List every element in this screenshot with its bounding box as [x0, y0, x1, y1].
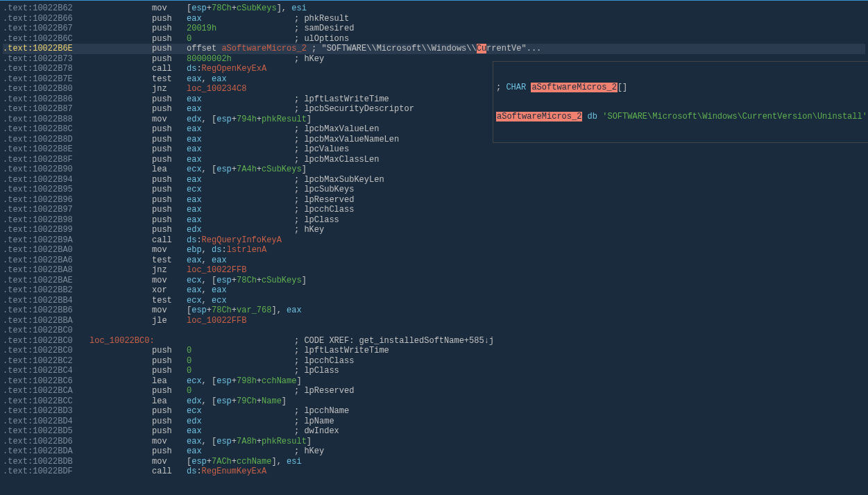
operand-token: ds — [187, 467, 196, 476]
mnemonic: push — [152, 346, 187, 356]
operands: eax — [187, 215, 202, 226]
operands: 0 — [187, 34, 192, 44]
asm-line[interactable]: .text:10022BB2xoreax, eax — [3, 285, 865, 296]
operand-token: + — [232, 115, 237, 124]
asm-line[interactable]: .text:10022BD3pushecx; lpcchName — [3, 406, 865, 417]
tooltip-line: ; CHAR aSoftwareMicros_2[] — [496, 83, 868, 92]
address: .text:10022BB6 — [3, 305, 90, 316]
asm-line[interactable]: .text:10022BC6leaecx, [esp+798h+cchName] — [3, 376, 865, 387]
operand-token: ecx — [187, 165, 202, 174]
asm-line[interactable]: .text:10022B62mov[esp+78Ch+cSubKeys], es… — [3, 3, 865, 14]
asm-line[interactable]: .text:10022B67push20019h; samDesired — [3, 24, 865, 34]
operand-token: , [ — [202, 276, 217, 285]
asm-line[interactable]: .text:10022BCApush0; lpReserved — [3, 386, 865, 396]
asm-line[interactable]: .text:10022B6Cpush0; ulOptions — [3, 34, 865, 44]
asm-line[interactable]: .text:10022BC0push0; lpftLastWriteTime — [3, 346, 865, 356]
asm-line[interactable]: .text:10022B90leaecx, [esp+7A4h+cSubKeys… — [3, 165, 865, 175]
asm-line[interactable]: .text:10022BAEmovecx, [esp+78Ch+cSubKeys… — [3, 276, 865, 286]
asm-line[interactable]: .text:10022B97pusheax; lpcchClass — [3, 205, 865, 215]
operand-token: Name — [262, 396, 282, 406]
operand-token: , — [202, 245, 212, 255]
operands: ecx, [esp+7A4h+cSubKeys] — [187, 165, 307, 175]
address: .text:10022BA0 — [3, 245, 90, 255]
operands: eax — [187, 94, 202, 105]
operand-token: loc_10022FFB — [187, 316, 246, 326]
operand-token: + — [232, 457, 237, 467]
address: .text:10022BDF — [3, 467, 90, 477]
address: .text:10022BD5 — [3, 426, 90, 437]
operand-token: ], — [277, 3, 292, 13]
operand-token: eax — [187, 205, 202, 215]
address: .text:10022BB2 — [3, 285, 90, 296]
asm-line[interactable]: .text:10022B66pusheax; phkResult — [3, 14, 865, 24]
comment: ; dwIndex — [294, 426, 339, 437]
address: .text:10022B9A — [3, 235, 90, 246]
mnemonic: push — [152, 366, 187, 376]
operand-token: 80000002h — [187, 54, 232, 64]
asm-line[interactable]: .text:10022BDFcallds:RegEnumKeyExA — [3, 467, 865, 477]
tooltip-line: aSoftwareMicros_2 db 'SOFTWARE\Microsoft… — [496, 112, 868, 121]
operand-token: , — [202, 255, 212, 265]
asm-line[interactable]: .text:10022BC0loc_10022BC0:; CODE XREF: … — [3, 336, 865, 346]
operands: [esp+78Ch+var_768], eax — [187, 305, 302, 316]
asm-line[interactable]: .text:10022B8Epusheax; lpcValues — [3, 144, 865, 155]
asm-line[interactable]: .text:10022BC2push0; lpcchClass — [3, 356, 865, 367]
operand-token: eax — [187, 285, 202, 295]
asm-line[interactable]: .text:10022BCCleaedx, [esp+79Ch+Name] — [3, 396, 865, 407]
operands: eax, eax — [187, 74, 227, 85]
asm-line[interactable]: .text:10022B95pushecx; lpcSubKeys — [3, 185, 865, 195]
mnemonic: jnz — [152, 84, 187, 94]
asm-line[interactable]: .text:10022B9Acallds:RegQueryInfoKeyA — [3, 235, 865, 246]
operand-token: loc_100234C8 — [187, 84, 246, 94]
asm-line[interactable]: .text:10022BDBmov[esp+7ACh+cchName], esi — [3, 457, 865, 467]
operand-token: eax — [287, 305, 302, 315]
operand-token: ecx — [187, 296, 202, 305]
asm-line[interactable]: .text:10022BA6testeax, eax — [3, 255, 865, 266]
operand-token: : — [196, 235, 201, 245]
asm-line[interactable]: .text:10022BC4push0; lpClass — [3, 366, 865, 376]
operands: 0 — [187, 386, 192, 396]
operands: ecx — [187, 406, 202, 417]
asm-line[interactable]: .text:10022B94pusheax; lpcbMaxSubKeyLen — [3, 175, 865, 185]
operand-token: ] — [307, 437, 312, 446]
asm-line[interactable]: .text:10022B8Fpusheax; lpcbMaxClassLen — [3, 155, 865, 165]
asm-line[interactable]: .text:10022BB4testecx, ecx — [3, 296, 865, 306]
asm-line[interactable]: .text:10022BD5pusheax; dwIndex — [3, 426, 865, 437]
asm-line[interactable]: .text:10022B96pusheax; lpReserved — [3, 195, 865, 205]
asm-line[interactable]: .text:10022BA8jnzloc_10022FFB — [3, 265, 865, 276]
mnemonic: xor — [152, 285, 187, 296]
mnemonic: test — [152, 255, 187, 266]
address: .text:10022BC6 — [3, 376, 90, 387]
asm-line[interactable]: .text:10022BB6mov[esp+78Ch+var_768], eax — [3, 305, 865, 316]
operands: eax — [187, 104, 202, 115]
address: .text:10022B7E — [3, 74, 90, 85]
operands: edx — [187, 417, 202, 427]
asm-line[interactable]: .text:10022BD6moveax, [esp+7A8h+phkResul… — [3, 437, 865, 447]
comment: ; ulOptions — [294, 34, 349, 44]
asm-line[interactable]: .text:10022B6Epushoffset aSoftwareMicros… — [3, 44, 865, 54]
address: .text:10022BC0 — [3, 346, 90, 356]
asm-line[interactable]: .text:10022BBAjleloc_10022FFB — [3, 316, 865, 326]
address: .text:10022B99 — [3, 225, 90, 235]
operand-token: 0 — [187, 346, 192, 355]
operand-token: + — [232, 3, 237, 13]
disassembly-view[interactable]: .text:10022B62mov[esp+78Ch+cSubKeys], es… — [0, 0, 868, 495]
operand-token: var_768 — [237, 305, 271, 315]
asm-line[interactable]: .text:10022B99pushedx; hKey — [3, 225, 865, 235]
operand-token: eax — [212, 74, 227, 84]
asm-line[interactable]: .text:10022BC0 — [3, 326, 865, 336]
operand-token: RegOpenKeyExA — [202, 64, 267, 74]
asm-line[interactable]: .text:10022B98pusheax; lpClass — [3, 215, 865, 226]
address: .text:10022B67 — [3, 24, 90, 34]
operand-token: loc_10022FFB — [187, 265, 246, 275]
operand-token: 79Ch — [237, 396, 257, 406]
operands: 80000002h — [187, 54, 232, 65]
address: .text:10022B73 — [3, 54, 90, 65]
asm-line[interactable]: .text:10022BA0movebp, ds:lstrlenA — [3, 245, 865, 255]
asm-line[interactable]: .text:10022BD4pushedx; lpName — [3, 417, 865, 427]
operand-token: offset — [187, 44, 221, 53]
mnemonic: push — [152, 225, 187, 235]
asm-line[interactable]: .text:10022BDApusheax; hKey — [3, 446, 865, 457]
mnemonic: push — [152, 124, 187, 135]
operand-token: ecx — [187, 185, 202, 194]
